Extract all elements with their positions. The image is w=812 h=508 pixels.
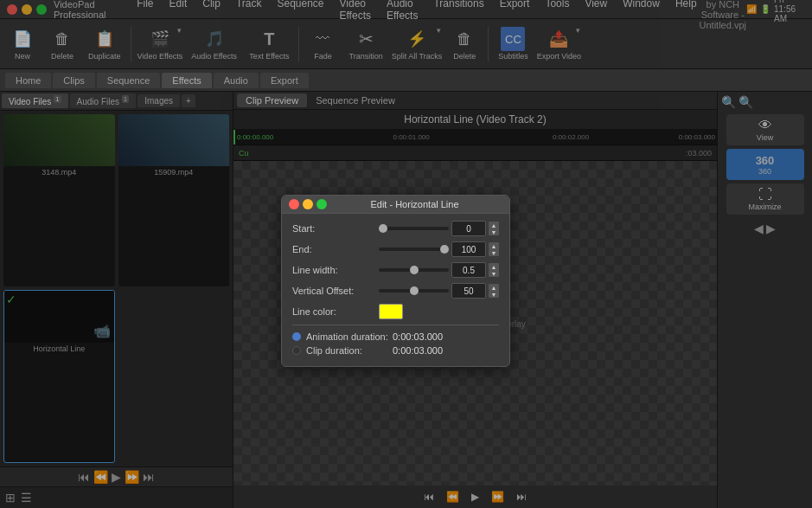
linecolor-field: Line color: — [292, 304, 499, 319]
start-slider[interactable] — [379, 227, 449, 230]
clip-duration-row: Clip duration: 0:00:03.000 — [292, 345, 499, 356]
end-label: End: — [292, 244, 379, 254]
voffset-number[interactable] — [451, 283, 486, 299]
linewidth-spin-down[interactable]: ▼ — [489, 270, 499, 277]
end-slider-thumb[interactable] — [440, 245, 449, 254]
clip-label: Clip duration: — [306, 345, 393, 356]
start-spinner: ▲ ▼ — [489, 222, 499, 235]
line-color-swatch[interactable] — [379, 304, 403, 319]
end-input-wrap: ▲ ▼ — [379, 241, 499, 257]
linewidth-spin-up[interactable]: ▲ — [489, 263, 499, 270]
modal-body: Start: ▲ ▼ End: — [282, 214, 509, 366]
animation-dot — [292, 332, 301, 341]
linewidth-number[interactable] — [451, 262, 486, 278]
clip-value: 0:00:03.000 — [393, 345, 443, 356]
start-spin-up[interactable]: ▲ — [489, 222, 499, 228]
voffset-label: Vertical Offset: — [292, 286, 379, 296]
voffset-spin-up[interactable]: ▲ — [489, 284, 499, 291]
start-label: Start: — [292, 223, 379, 234]
linewidth-slider[interactable] — [379, 268, 449, 272]
linecolor-input-wrap — [379, 304, 499, 319]
voffset-slider-thumb[interactable] — [410, 286, 419, 295]
voffset-field: Vertical Offset: ▲ ▼ — [292, 283, 499, 299]
voffset-slider[interactable] — [379, 289, 449, 293]
linewidth-slider-thumb[interactable] — [410, 266, 419, 274]
clip-dot — [292, 346, 301, 355]
animation-value: 0:00:03.000 — [393, 331, 443, 342]
edit-dialog: Edit - Horizontal Line Start: ▲ ▼ — [281, 195, 510, 367]
animation-duration-row: Animation duration: 0:00:03.000 — [292, 331, 499, 342]
modal-min-btn[interactable] — [303, 199, 313, 209]
modal-titlebar: Edit - Horizontal Line — [282, 196, 509, 214]
linewidth-input-wrap: ▲ ▼ — [379, 262, 499, 278]
end-spin-down[interactable]: ▼ — [489, 249, 499, 256]
end-slider[interactable] — [379, 248, 449, 251]
modal-close-btn[interactable] — [289, 199, 299, 209]
animation-label: Animation duration: — [306, 331, 393, 342]
linewidth-spinner: ▲ ▼ — [489, 263, 499, 277]
start-number[interactable] — [451, 221, 486, 236]
linecolor-label: Line color: — [292, 306, 379, 317]
linewidth-label: Line width: — [292, 265, 379, 275]
start-slider-thumb[interactable] — [379, 224, 387, 233]
end-spinner: ▲ ▼ — [489, 242, 499, 256]
end-number[interactable] — [451, 241, 486, 257]
modal-traffic-lights — [289, 199, 327, 209]
voffset-spinner: ▲ ▼ — [489, 284, 499, 298]
modal-divider — [292, 325, 499, 328]
voffset-spin-down[interactable]: ▼ — [489, 291, 499, 298]
modal-title: Edit - Horizontal Line — [327, 199, 502, 209]
modal-max-btn[interactable] — [316, 199, 327, 209]
start-input-wrap: ▲ ▼ — [379, 221, 499, 236]
end-spin-up[interactable]: ▲ — [489, 242, 499, 249]
linewidth-field: Line width: ▲ ▼ — [292, 262, 499, 278]
start-spin-down[interactable]: ▼ — [489, 228, 499, 235]
start-field: Start: ▲ ▼ — [292, 221, 499, 236]
modal-overlay: Edit - Horizontal Line Start: ▲ ▼ — [0, 0, 812, 508]
voffset-input-wrap: ▲ ▼ — [379, 283, 499, 299]
end-field: End: ▲ ▼ — [292, 241, 499, 257]
